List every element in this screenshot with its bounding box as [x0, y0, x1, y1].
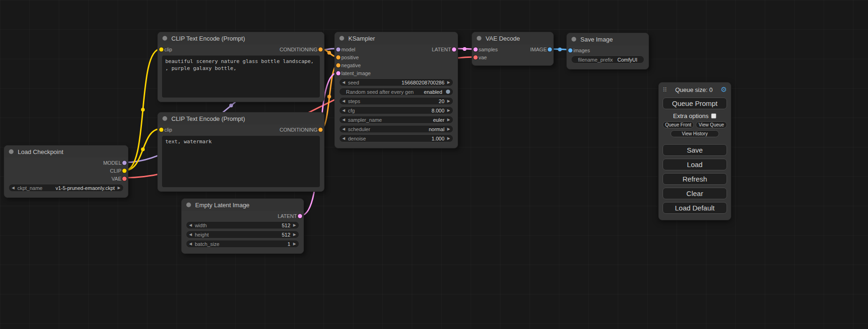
decrement-arrow-icon[interactable]: ◀ [189, 233, 192, 237]
port-row: clip CONDITIONING [158, 45, 324, 53]
view-queue-button[interactable]: View Queue [696, 121, 727, 128]
node-save-image[interactable]: Save Image images filename_prefix ComfyU… [566, 33, 649, 70]
node-title: Save Image [580, 36, 613, 43]
port-clip-input[interactable] [159, 47, 163, 51]
collapse-dot[interactable] [572, 37, 576, 42]
node-titlebar[interactable]: VAE Decode [472, 32, 553, 44]
increment-arrow-icon[interactable]: ▶ [447, 137, 450, 140]
node-empty-latent-image[interactable]: Empty Latent Image LATENT ◀ width 512 ▶ … [181, 198, 304, 254]
port-images-input[interactable] [568, 48, 572, 52]
output-label: MODEL [103, 160, 121, 166]
queue-prompt-button[interactable]: Queue Prompt [663, 98, 727, 109]
port-latent-output[interactable] [452, 47, 456, 51]
refresh-button[interactable]: Refresh [663, 173, 727, 185]
node-titlebar[interactable]: KSampler [335, 32, 458, 44]
node-load-checkpoint[interactable]: Load Checkpoint MODEL CLIP VAE ◀ ckpt_na… [4, 145, 128, 198]
widget-value: euler [433, 117, 444, 123]
widget-batch-size[interactable]: ◀ batch_size 1 ▶ [186, 240, 299, 248]
widget-scheduler[interactable]: ◀ scheduler normal ▶ [339, 125, 453, 133]
widget-seed[interactable]: ◀ seed 156680208700286 ▶ [339, 78, 453, 86]
node-titlebar[interactable]: Save Image [567, 33, 649, 45]
extra-options-checkbox[interactable] [711, 113, 716, 119]
view-history-button[interactable]: View History [670, 130, 720, 137]
load-default-button[interactable]: Load Default [663, 202, 727, 214]
collapse-dot[interactable] [339, 36, 344, 41]
node-clip-text-encode-positive[interactable]: CLIP Text Encode (Prompt) clip CONDITION… [157, 32, 325, 102]
node-title: CLIP Text Encode (Prompt) [171, 35, 245, 42]
increment-arrow-icon[interactable]: ▶ [447, 99, 450, 103]
widget-name: steps [348, 98, 360, 104]
widget-value: 20 [439, 98, 445, 104]
prompt-textarea[interactable]: beautiful scenery nature glass bottle la… [162, 56, 320, 98]
clear-button[interactable]: Clear [663, 188, 727, 199]
widget-width[interactable]: ◀ width 512 ▶ [186, 221, 299, 229]
port-clip-output[interactable] [122, 168, 127, 173]
collapse-dot[interactable] [9, 149, 14, 154]
port-row: LATENT [182, 212, 303, 220]
port-image-output[interactable] [548, 47, 552, 51]
widget-steps[interactable]: ◀ steps 20 ▶ [339, 97, 453, 105]
port-vae-output[interactable] [122, 176, 127, 181]
node-titlebar[interactable]: Empty Latent Image [182, 199, 303, 211]
settings-gear-icon[interactable]: ⚙ [721, 85, 727, 94]
widget-sampler-name[interactable]: ◀ sampler_name euler ▶ [339, 116, 453, 124]
port-clip-input[interactable] [159, 127, 163, 132]
widget-filename-prefix[interactable]: filename_prefix ComfyUI [571, 56, 644, 63]
prev-value-arrow-icon[interactable]: ◀ [342, 127, 345, 131]
link-midpoint-dot [229, 104, 233, 107]
next-value-arrow-icon[interactable]: ▶ [447, 127, 450, 131]
node-clip-text-encode-negative[interactable]: CLIP Text Encode (Prompt) clip CONDITION… [157, 112, 325, 192]
node-titlebar[interactable]: CLIP Text Encode (Prompt) [158, 112, 324, 125]
decrement-arrow-icon[interactable]: ◀ [342, 99, 345, 103]
widget-name: filename_prefix [578, 57, 613, 63]
decrement-arrow-icon[interactable]: ◀ [342, 137, 345, 140]
decrement-arrow-icon[interactable]: ◀ [342, 109, 345, 112]
port-conditioning-output[interactable] [318, 127, 323, 132]
prev-value-arrow-icon[interactable]: ◀ [12, 186, 14, 190]
node-titlebar[interactable]: Load Checkpoint [4, 146, 128, 158]
increment-arrow-icon[interactable]: ▶ [293, 233, 296, 237]
next-value-arrow-icon[interactable]: ▶ [118, 186, 120, 190]
decrement-arrow-icon[interactable]: ◀ [189, 242, 192, 246]
widget-cfg[interactable]: ◀ cfg 8.000 ▶ [339, 106, 453, 114]
increment-arrow-icon[interactable]: ▶ [447, 81, 450, 84]
node-graph-canvas[interactable]: Load Checkpoint MODEL CLIP VAE ◀ ckpt_na… [0, 0, 868, 329]
drag-handle-icon[interactable]: ⠿ [663, 86, 667, 93]
port-latent-output[interactable] [298, 214, 302, 218]
node-vae-decode[interactable]: VAE Decode samples IMAGE vae [472, 32, 554, 66]
collapse-dot[interactable] [162, 36, 167, 41]
decrement-arrow-icon[interactable]: ◀ [189, 224, 192, 227]
load-button[interactable]: Load [663, 159, 727, 170]
widget-ckpt-name[interactable]: ◀ ckpt_name v1-5-pruned-emaonly.ckpt ▶ [8, 184, 124, 192]
port-vae-input[interactable] [473, 55, 478, 59]
port-row: samples IMAGE [472, 45, 553, 53]
increment-arrow-icon[interactable]: ▶ [293, 242, 296, 246]
next-value-arrow-icon[interactable]: ▶ [447, 118, 450, 122]
collapse-dot[interactable] [162, 116, 167, 121]
prev-value-arrow-icon[interactable]: ◀ [342, 118, 345, 122]
prompt-textarea[interactable]: text, watermark [162, 136, 320, 187]
port-conditioning-output[interactable] [318, 47, 323, 51]
widget-denoise[interactable]: ◀ denoise 1.000 ▶ [339, 134, 453, 142]
node-ksampler[interactable]: KSampler model LATENT positive negative … [334, 32, 458, 148]
save-button[interactable]: Save [663, 144, 727, 156]
port-positive-input[interactable] [336, 55, 340, 59]
collapse-dot[interactable] [477, 36, 481, 41]
node-titlebar[interactable]: CLIP Text Encode (Prompt) [158, 32, 324, 44]
queue-front-button[interactable]: Queue Front [663, 121, 694, 128]
port-model-input[interactable] [336, 47, 340, 51]
input-label: latent_image [341, 70, 371, 76]
port-latent-image-input[interactable] [336, 71, 340, 75]
port-negative-input[interactable] [336, 63, 340, 67]
port-samples-input[interactable] [473, 47, 478, 51]
increment-arrow-icon[interactable]: ▶ [293, 224, 296, 227]
widget-random-seed-toggle[interactable]: Random seed after every gen enabled [339, 88, 453, 96]
toggle-on-icon[interactable] [446, 90, 450, 94]
widget-height[interactable]: ◀ height 512 ▶ [186, 231, 299, 238]
port-model-output[interactable] [122, 161, 127, 165]
widget-value: normal [429, 126, 445, 132]
output-label: LATENT [278, 213, 297, 219]
increment-arrow-icon[interactable]: ▶ [447, 109, 450, 112]
collapse-dot[interactable] [186, 203, 191, 207]
decrement-arrow-icon[interactable]: ◀ [342, 81, 345, 84]
